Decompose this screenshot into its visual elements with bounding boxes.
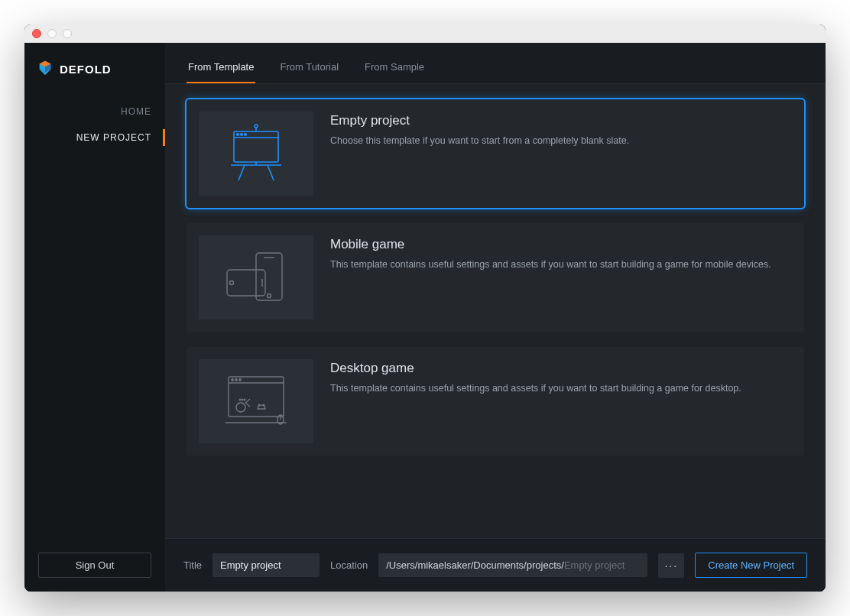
tabs: From Template From Tutorial From Sample xyxy=(165,43,826,84)
svg-line-9 xyxy=(268,165,274,180)
title-input[interactable] xyxy=(212,553,320,577)
brand-label: DEFOLD xyxy=(60,63,112,76)
svg-point-21 xyxy=(239,379,241,381)
svg-rect-14 xyxy=(227,270,265,296)
template-card-desktop[interactable]: Desktop game This template contains usef… xyxy=(187,347,804,456)
create-new-project-button[interactable]: Create New Project xyxy=(695,553,807,578)
tab-label: From Sample xyxy=(365,61,424,73)
tab-label: From Template xyxy=(188,61,254,73)
template-list: Empty project Choose this template if yo… xyxy=(165,84,826,538)
svg-point-15 xyxy=(230,281,234,285)
browse-button[interactable]: ··· xyxy=(658,553,684,578)
svg-point-24 xyxy=(242,399,243,400)
desktop-monitor-icon xyxy=(199,359,313,443)
mobile-devices-icon xyxy=(199,235,313,319)
template-card-mobile[interactable]: Mobile game This template contains usefu… xyxy=(187,223,804,332)
svg-point-27 xyxy=(263,404,264,406)
app-window: DEFOLD HOME NEW PROJECT Sign Out From Te… xyxy=(24,24,826,592)
tab-label: From Tutorial xyxy=(280,61,339,73)
footer-bar: Title Location /Users/mikaelsaker/Docume… xyxy=(165,538,826,592)
svg-point-19 xyxy=(232,379,233,381)
svg-point-25 xyxy=(244,399,245,400)
location-suffix: Empty project xyxy=(564,559,625,571)
svg-point-3 xyxy=(241,134,243,136)
svg-point-2 xyxy=(237,134,239,136)
close-icon[interactable] xyxy=(32,29,41,38)
template-title: Empty project xyxy=(330,113,629,128)
svg-line-8 xyxy=(238,165,245,180)
location-path: /Users/mikaelsaker/Documents/projects/ xyxy=(386,559,564,571)
svg-point-23 xyxy=(239,399,241,400)
main-panel: From Template From Tutorial From Sample xyxy=(165,43,826,592)
easel-icon xyxy=(199,112,313,196)
template-desc: This template contains useful settings a… xyxy=(330,258,771,272)
location-input[interactable]: /Users/mikaelsaker/Documents/projects/Em… xyxy=(378,553,647,577)
svg-point-13 xyxy=(268,294,271,298)
location-label: Location xyxy=(330,559,368,571)
tab-from-template[interactable]: From Template xyxy=(187,61,255,83)
title-label: Title xyxy=(183,559,202,571)
minimize-icon[interactable] xyxy=(47,29,57,38)
svg-point-6 xyxy=(255,125,258,128)
sidebar: DEFOLD HOME NEW PROJECT Sign Out xyxy=(24,43,165,592)
svg-rect-0 xyxy=(234,131,278,162)
zoom-icon[interactable] xyxy=(63,29,72,38)
titlebar xyxy=(24,24,826,43)
sidebar-item-home[interactable]: HOME xyxy=(24,99,165,125)
signout-button[interactable]: Sign Out xyxy=(38,553,151,578)
template-title: Desktop game xyxy=(330,361,741,376)
defold-logo-icon xyxy=(37,60,54,79)
template-card-empty[interactable]: Empty project Choose this template if yo… xyxy=(187,99,804,208)
template-title: Mobile game xyxy=(330,237,771,252)
tab-from-tutorial[interactable]: From Tutorial xyxy=(278,61,340,83)
sidebar-item-new-project[interactable]: NEW PROJECT xyxy=(24,125,165,151)
svg-rect-11 xyxy=(256,253,282,300)
svg-point-4 xyxy=(245,134,247,136)
logo: DEFOLD xyxy=(24,52,165,94)
svg-point-26 xyxy=(258,404,260,406)
template-desc: Choose this template if you want to star… xyxy=(330,135,629,148)
tab-from-sample[interactable]: From Sample xyxy=(363,61,426,83)
sidebar-item-label: NEW PROJECT xyxy=(76,132,151,143)
sidebar-item-label: HOME xyxy=(121,106,151,117)
svg-point-20 xyxy=(235,379,237,381)
template-desc: This template contains useful settings a… xyxy=(330,382,741,396)
